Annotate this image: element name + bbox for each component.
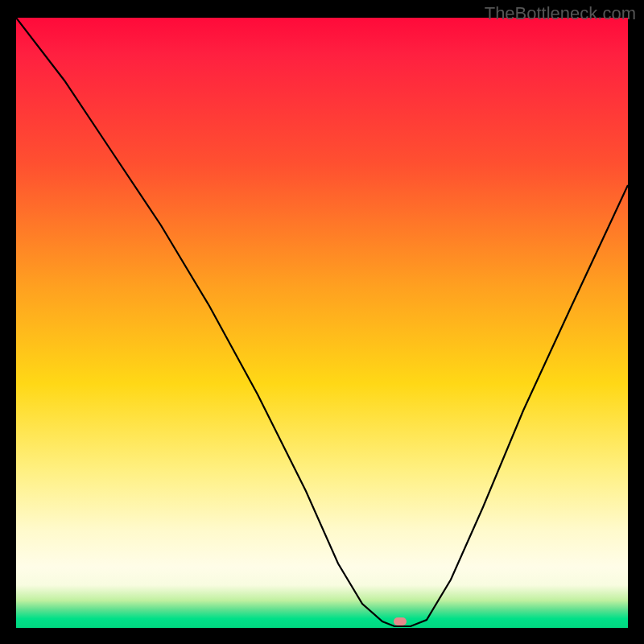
bottleneck-curve bbox=[16, 18, 628, 628]
optimal-marker bbox=[394, 617, 407, 625]
plot-area bbox=[16, 18, 628, 628]
watermark-text: TheBottleneck.com bbox=[485, 3, 636, 24]
